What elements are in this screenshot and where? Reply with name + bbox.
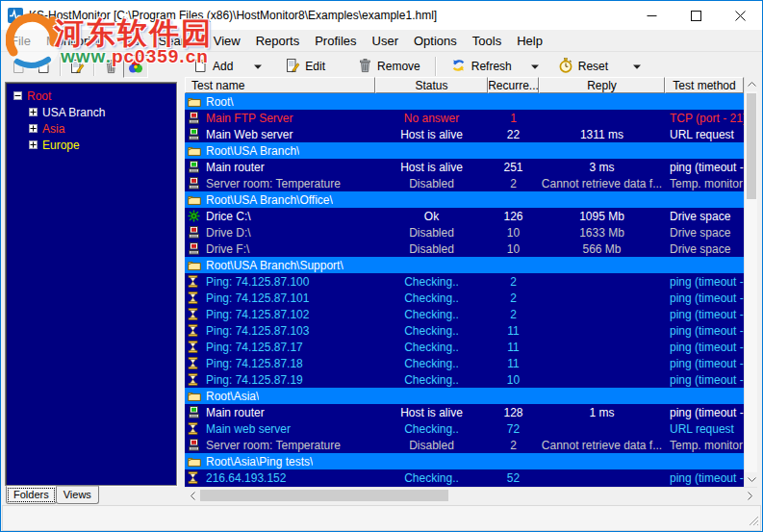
expand-icon[interactable]	[29, 108, 38, 116]
table-row[interactable]: Ping: 74.125.87.18Checking..11ping (time…	[185, 355, 744, 371]
expand-icon[interactable]	[29, 140, 38, 149]
table-row[interactable]: Main FTP ServerNo answer1TCP (port - 21)	[185, 110, 744, 126]
cell-status: Disabled	[375, 439, 488, 452]
menu-user[interactable]: User	[365, 32, 406, 50]
column-header-test-name[interactable]: Test name	[185, 77, 375, 93]
tree-item-asia[interactable]: Asia	[6, 120, 176, 137]
new-item-button[interactable]	[31, 55, 56, 78]
table-row[interactable]: Main routerHost is alive2513 msping (tim…	[185, 159, 744, 175]
scroll-right-icon[interactable]	[742, 488, 757, 503]
folder-path: Root\USA Branch\Support\	[206, 259, 343, 272]
reset-dropdown-arrow[interactable]	[625, 62, 649, 72]
vertical-scrollbar[interactable]	[744, 77, 757, 487]
scroll-up-icon[interactable]	[745, 77, 758, 91]
column-header-status[interactable]: Status	[375, 77, 488, 93]
menu-search[interactable]: Search	[151, 32, 206, 50]
column-header-reply[interactable]: Reply	[539, 77, 665, 93]
edit-button[interactable]: Edit	[279, 55, 331, 79]
folder-row[interactable]: Root\USA Branch\	[185, 142, 744, 159]
horizontal-scrollbar[interactable]	[185, 487, 757, 502]
column-header-test-method[interactable]: Test method	[665, 77, 744, 93]
vertical-scroll-thumb[interactable]	[747, 93, 756, 199]
minimize-button[interactable]	[629, 1, 674, 30]
edit-item-button[interactable]	[64, 55, 89, 78]
menu-view[interactable]: View	[206, 32, 248, 50]
computer-red-icon	[188, 226, 201, 239]
test-name-text: Ping: 74.125.87.102	[206, 308, 309, 321]
table-row[interactable]: Ping: 74.125.87.100Checking..2ping (time…	[185, 273, 744, 290]
table-row[interactable]: Ping: 74.125.87.101Checking..2ping (time…	[185, 290, 744, 306]
menu-help[interactable]: Help	[509, 32, 550, 50]
test-name-text: Ping: 74.125.87.103	[206, 324, 309, 338]
add-dropdown-arrow[interactable]	[246, 62, 269, 72]
cell-test-name: Ping: 74.125.87.102	[185, 308, 375, 321]
scroll-down-icon[interactable]	[745, 472, 758, 487]
collapse-icon[interactable]	[13, 91, 22, 100]
cell-test-method: URL request	[665, 422, 744, 436]
refresh-button[interactable]: Refresh	[445, 55, 518, 79]
folder-row[interactable]: Root\Asia\	[185, 388, 744, 404]
cell-reply: 1633 Mb	[539, 226, 665, 240]
menu-file[interactable]: File	[3, 32, 38, 50]
color-palette-button[interactable]	[123, 55, 148, 78]
remove-button[interactable]: Remove	[352, 55, 426, 79]
folder-cell: Root\USA Branch\Support\	[185, 259, 738, 272]
cell-test-name: Server room: Temperature	[185, 177, 375, 190]
table-row[interactable]: Drive D:\Disabled101633 MbDrive space	[185, 224, 744, 241]
table-row[interactable]: Ping: 74.125.87.17Checking..11ping (time…	[185, 339, 744, 355]
folder-row[interactable]: Root\USA Branch\Office\	[185, 191, 744, 208]
close-button[interactable]	[718, 1, 762, 30]
app-pulse-icon	[8, 8, 23, 23]
table-row[interactable]: Ping: 74.125.87.103Checking..11ping (tim…	[185, 322, 744, 339]
table-row[interactable]: Ping: 74.125.87.102Checking..2ping (time…	[185, 306, 744, 322]
test-name-text: Ping: 74.125.87.100	[206, 275, 309, 289]
folder-row[interactable]: Root\	[185, 93, 744, 110]
table-header: Test name Status Recurre... Reply Test m…	[185, 77, 744, 93]
tab-views[interactable]: Views	[56, 486, 99, 504]
cell-status: Checking..	[375, 308, 488, 321]
reset-button[interactable]: Reset	[552, 55, 614, 79]
computer-red-icon	[188, 242, 201, 255]
test-name-text: Drive F:\	[206, 242, 249, 256]
cell-recurrences: 126	[488, 210, 539, 223]
table-row[interactable]: Main web serverChecking..72URL request	[185, 420, 744, 437]
folder-row[interactable]: Root\Asia\Ping tests\	[185, 453, 744, 469]
column-header-recurrences[interactable]: Recurre...	[488, 77, 539, 93]
tab-folders[interactable]: Folders	[6, 486, 57, 504]
resize-grip-icon[interactable]	[747, 514, 759, 529]
refresh-dropdown-arrow[interactable]	[523, 62, 547, 72]
table-row[interactable]: 216.64.193.152Checking..52ping (timeout …	[185, 469, 744, 486]
table-row[interactable]: Drive F:\Disabled10566 MbDrive space	[185, 241, 744, 257]
delete-disabled-button[interactable]	[98, 55, 123, 78]
cell-reply: 1 ms	[539, 406, 665, 419]
folder-path: Root\Asia\	[206, 390, 259, 403]
test-name-text: Ping: 74.125.87.18	[206, 357, 303, 370]
table-row[interactable]: Server room: TemperatureDisabled2Cannot …	[185, 175, 744, 191]
menu-tools[interactable]: Tools	[465, 32, 509, 50]
horizontal-scroll-thumb[interactable]	[200, 490, 448, 501]
table-row[interactable]: Ping: 74.125.87.19Checking..10ping (time…	[185, 371, 744, 388]
menu-options[interactable]: Options	[406, 32, 465, 50]
table-row[interactable]: Drice C:\Ok1261095 MbDrive space	[185, 208, 744, 224]
folder-path: Root\USA Branch\Office\	[206, 193, 333, 207]
test-name-text: Server room: Temperature	[206, 177, 341, 190]
menu-monitoring[interactable]: Monitoring	[38, 32, 113, 50]
tree-item-europe[interactable]: Europe	[6, 137, 176, 153]
menu-profiles[interactable]: Profiles	[307, 32, 364, 50]
folder-row[interactable]: Root\USA Branch\Support\	[185, 257, 744, 273]
table-row[interactable]: Main Web serverHost is alive221311 msURL…	[185, 126, 744, 142]
window-controls	[629, 1, 762, 30]
reset-button-label: Reset	[578, 60, 608, 73]
scroll-left-icon[interactable]	[185, 488, 200, 503]
tree-item-root[interactable]: Root	[6, 88, 176, 104]
add-button[interactable]: Add	[187, 55, 239, 79]
status-bar	[2, 505, 761, 531]
maximize-button[interactable]	[674, 1, 718, 30]
tree-item-usa-branch[interactable]: USA Branch	[6, 104, 176, 120]
new-file-disabled-button[interactable]	[6, 55, 31, 78]
table-row[interactable]: Main routerHost is alive1281 msping (tim…	[185, 404, 744, 420]
menu-test[interactable]: Test	[113, 32, 151, 50]
table-row[interactable]: Server room: TemperatureDisabled2Cannot …	[185, 437, 744, 453]
expand-icon[interactable]	[29, 124, 38, 133]
menu-reports[interactable]: Reports	[248, 32, 308, 50]
